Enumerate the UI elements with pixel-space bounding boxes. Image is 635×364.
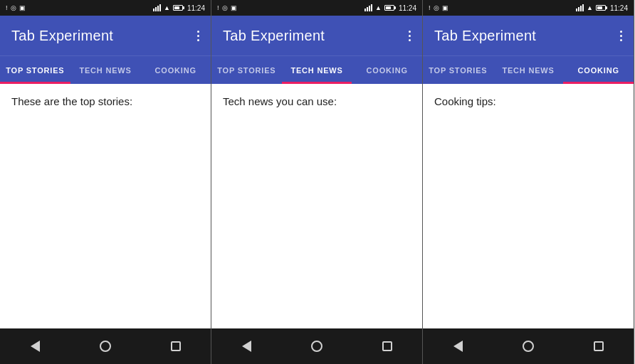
recent-button-3[interactable] — [584, 332, 613, 360]
status-bar-1: ! ◎ ▣ ▲ 11:24 — [0, 0, 211, 16]
tab-top-stories-1[interactable]: TOP STORIES — [0, 56, 70, 84]
status-time-3: 11:24 — [610, 4, 628, 12]
signal-icon-1 — [153, 4, 161, 11]
screen-1: Tab Experiment TOP STORIES TECH NEWS COO… — [0, 16, 211, 328]
recent-button-2[interactable] — [373, 332, 402, 360]
back-button-3[interactable] — [444, 332, 472, 360]
status-icons-left-2: ! ◎ ▣ — [217, 4, 237, 11]
content-text-2: Tech news you can use: — [223, 95, 337, 107]
app-title-3: Tab Experiment — [434, 28, 536, 44]
status-icons-right-3: ▲ 11:24 — [576, 4, 628, 12]
nav-bar-2 — [211, 328, 422, 364]
tab-cooking-2[interactable]: COOKING — [352, 56, 422, 84]
app-bar-2: Tab Experiment — [211, 16, 422, 55]
menu-button-3[interactable] — [620, 31, 622, 41]
app-bar-3: Tab Experiment — [423, 16, 634, 55]
phone-1: ! ◎ ▣ ▲ 11:24 Tab Experiment — [0, 0, 211, 364]
back-button-1[interactable] — [21, 332, 49, 360]
alert-icon-3: ! — [429, 4, 431, 11]
battery-icon-1 — [173, 5, 184, 11]
wifi-icon-3: ▲ — [587, 4, 593, 11]
status-time-2: 11:24 — [399, 4, 416, 12]
phone-2: ! ◎ ▣ ▲ 11:24 Tab Experiment — [211, 0, 423, 364]
nav-bar-1 — [0, 328, 211, 364]
content-area-3: Cooking tips: — [423, 84, 634, 328]
home-button-2[interactable] — [303, 332, 331, 360]
tab-bar-1: TOP STORIES TECH NEWS COOKING — [0, 55, 211, 84]
battery-icon-2 — [384, 5, 396, 11]
status-icons-left-1: ! ◎ ▣ — [6, 4, 26, 11]
content-text-1: These are the top stories: — [11, 95, 132, 107]
status-icons-left-3: ! ◎ ▣ — [429, 4, 448, 11]
menu-button-2[interactable] — [409, 31, 411, 41]
screen-2: Tab Experiment TOP STORIES TECH NEWS COO… — [211, 16, 422, 328]
app-bar-1: Tab Experiment — [0, 16, 211, 55]
tab-cooking-3[interactable]: COOKING — [563, 56, 634, 84]
signal-icon-3 — [576, 4, 584, 11]
content-area-1: These are the top stories: — [0, 84, 211, 328]
wifi-icon-2: ▲ — [375, 4, 382, 11]
phone-icon-1: ▣ — [19, 4, 26, 11]
status-bar-2: ! ◎ ▣ ▲ 11:24 — [211, 0, 422, 16]
app-title-1: Tab Experiment — [11, 28, 113, 44]
content-area-2: Tech news you can use: — [211, 84, 422, 328]
phone-icon-2: ▣ — [231, 4, 237, 11]
status-icons-right-2: ▲ 11:24 — [364, 4, 416, 12]
screen-3: Tab Experiment TOP STORIES TECH NEWS COO… — [423, 16, 634, 328]
tab-bar-2: TOP STORIES TECH NEWS COOKING — [211, 55, 422, 84]
status-icons-right-1: ▲ 11:24 — [153, 4, 205, 12]
home-button-3[interactable] — [514, 332, 542, 360]
phone-icon-3: ▣ — [442, 4, 448, 11]
message-icon-1: ◎ — [11, 4, 16, 11]
tab-tech-news-2[interactable]: TECH NEWS — [282, 56, 352, 84]
tab-bar-3: TOP STORIES TECH NEWS COOKING — [423, 55, 634, 84]
tab-tech-news-3[interactable]: TECH NEWS — [493, 56, 564, 84]
status-bar-3: ! ◎ ▣ ▲ 11:24 — [423, 0, 634, 16]
signal-icon-2 — [364, 4, 372, 11]
app-title-2: Tab Experiment — [223, 28, 325, 44]
menu-button-1[interactable] — [197, 31, 199, 41]
battery-icon-3 — [596, 5, 607, 11]
home-button-1[interactable] — [91, 332, 120, 360]
tab-cooking-1[interactable]: COOKING — [140, 56, 211, 84]
tab-top-stories-2[interactable]: TOP STORIES — [211, 56, 282, 84]
message-icon-2: ◎ — [222, 4, 228, 11]
wifi-icon-1: ▲ — [164, 4, 170, 11]
recent-button-1[interactable] — [162, 332, 190, 360]
content-text-3: Cooking tips: — [434, 95, 496, 107]
nav-bar-3 — [423, 328, 634, 364]
message-icon-3: ◎ — [434, 4, 439, 11]
alert-icon-2: ! — [217, 4, 219, 11]
phone-3: ! ◎ ▣ ▲ 11:24 Tab Experiment — [423, 0, 634, 364]
tab-tech-news-1[interactable]: TECH NEWS — [70, 56, 141, 84]
tab-top-stories-3[interactable]: TOP STORIES — [423, 56, 493, 84]
alert-icon-1: ! — [6, 4, 8, 11]
status-time-1: 11:24 — [187, 4, 205, 12]
back-button-2[interactable] — [232, 332, 261, 360]
